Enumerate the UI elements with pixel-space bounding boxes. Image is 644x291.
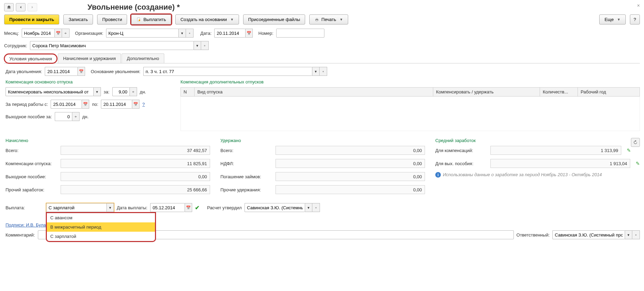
comp-type-input[interactable] <box>6 87 93 96</box>
chevron-down-icon[interactable]: ▾ <box>194 41 201 50</box>
severance-input[interactable] <box>55 112 72 121</box>
refresh-button[interactable] <box>631 138 640 147</box>
attached-files-button[interactable]: Присоединенные файлы <box>243 14 305 24</box>
chevron-down-icon: ▼ <box>617 18 621 21</box>
other-ded-val: 0,00 <box>276 185 425 194</box>
for-comp-val: 1 313,99 <box>490 146 621 155</box>
col-n: N <box>181 88 195 97</box>
calendar-icon[interactable]: 📅 <box>54 29 62 38</box>
payment-option[interactable]: С авансом <box>47 213 155 222</box>
payment-select[interactable] <box>46 203 106 212</box>
month-input[interactable] <box>22 29 54 38</box>
pencil-icon[interactable]: ✎ <box>636 161 640 166</box>
print-label: Печать <box>321 17 336 22</box>
date-input[interactable] <box>214 29 245 38</box>
accrued-title: Начислено <box>6 138 210 143</box>
spinner-icon[interactable]: ÷ <box>129 87 137 96</box>
approved-input[interactable] <box>245 203 305 212</box>
tab-conditions[interactable]: Условия увольнения <box>4 54 57 63</box>
checkmark-icon: ✔ <box>195 204 199 211</box>
payment-option[interactable]: С зарплатой <box>47 232 155 241</box>
employee-input[interactable] <box>30 41 194 50</box>
period-from-input[interactable] <box>51 100 82 109</box>
signatures-link[interactable]: Подписи: И.В. Булат <box>6 222 48 228</box>
calendar-icon[interactable]: 📅 <box>245 29 253 38</box>
dismiss-date-input[interactable] <box>45 67 77 76</box>
reason-input[interactable] <box>143 67 312 76</box>
col-comp: Компенсировать / удержать <box>433 88 540 97</box>
withheld-total: 0,00 <box>276 146 425 155</box>
pencil-icon[interactable]: ✎ <box>627 148 631 153</box>
open-icon[interactable]: ▫ <box>312 203 320 212</box>
back-button[interactable] <box>16 3 25 11</box>
create-based-button[interactable]: Создать на основании ▼ <box>175 14 239 24</box>
tab-additional[interactable]: Дополнительно <box>122 53 164 63</box>
additional-vacation-table: N Вид отпуска Компенсировать / удержать … <box>180 87 640 131</box>
pay-button-label: Выплатить <box>143 17 166 22</box>
org-input[interactable] <box>106 29 178 38</box>
sev-label: Выходное пособие: <box>6 174 57 179</box>
comp-main-title: Компенсация основного отпуска <box>6 79 171 84</box>
tab-accruals[interactable]: Начисления и удержания <box>58 53 121 63</box>
payment-label: Выплата: <box>6 205 43 210</box>
chevron-down-icon[interactable]: ▾ <box>305 203 312 212</box>
info-text: Использованы данные о заработке за перио… <box>443 172 602 177</box>
payment-option-selected[interactable]: В межрасчетный период <box>47 222 155 232</box>
conduct-button[interactable]: Провести <box>97 14 127 24</box>
number-label: Номер: <box>258 31 273 36</box>
comment-label: Комментарий: <box>6 232 35 238</box>
help-button[interactable]: ? <box>630 14 640 24</box>
calendar-icon[interactable]: 📅 <box>185 203 192 212</box>
period-label: За период работы с: <box>6 102 48 107</box>
close-button[interactable]: × <box>637 3 640 8</box>
severance-unit: дн. <box>82 114 89 119</box>
page-title: Увольнение (создание) * <box>87 3 180 12</box>
open-icon[interactable]: ▫ <box>632 230 640 239</box>
svg-point-1 <box>139 19 141 21</box>
col-year: Рабочий год <box>578 88 640 97</box>
period-help-link[interactable]: ? <box>142 102 145 107</box>
for-comp-label: Для компенсаций: <box>435 148 487 153</box>
print-button[interactable]: Печать ▼ <box>309 14 348 24</box>
more-button[interactable]: Еще ▼ <box>599 14 625 24</box>
home-button[interactable] <box>4 3 14 11</box>
open-icon[interactable]: ▫ <box>320 67 327 76</box>
calendar-icon[interactable]: 📅 <box>82 100 89 109</box>
withheld-title: Удержано <box>220 138 425 143</box>
create-based-label: Создать на основании <box>180 17 227 22</box>
days-unit: дн. <box>140 89 146 94</box>
for-sev-label: Для вых. пособия: <box>435 161 487 166</box>
pay-date-input[interactable] <box>150 203 185 212</box>
avg-title: Средний заработок <box>435 138 640 143</box>
refresh-icon <box>633 140 638 145</box>
open-icon[interactable]: ▫ <box>201 41 209 50</box>
for-label: за: <box>104 89 110 94</box>
responsible-label: Ответственный: <box>517 232 550 238</box>
svg-rect-3 <box>316 18 318 19</box>
conduct-close-button[interactable]: Провести и закрыть <box>4 14 59 24</box>
chevron-down-icon[interactable]: ▾ <box>93 87 101 96</box>
spinner-icon[interactable]: ÷ <box>72 112 80 121</box>
printer-icon <box>314 17 319 22</box>
open-icon[interactable]: ▫ <box>186 29 194 38</box>
spinner-icon[interactable]: ÷ <box>62 29 70 38</box>
days-input[interactable] <box>112 87 129 96</box>
col-qty: Количеств... <box>540 88 578 97</box>
number-input[interactable] <box>276 29 324 38</box>
pay-button[interactable]: Выплатить <box>131 14 171 24</box>
date-label: Дата: <box>200 31 211 36</box>
chevron-down-icon[interactable]: ▾ <box>312 67 320 76</box>
sev-val: 0,00 <box>61 172 210 181</box>
ndfl-label: НДФЛ: <box>220 161 272 166</box>
month-label: Месяц: <box>4 31 19 36</box>
chevron-down-icon[interactable]: ▾ <box>106 203 114 212</box>
chevron-down-icon[interactable]: ▾ <box>178 29 186 38</box>
calendar-icon[interactable]: 📅 <box>77 67 85 76</box>
responsible-input[interactable] <box>552 230 625 239</box>
calendar-icon[interactable]: 📅 <box>132 100 139 109</box>
forward-button[interactable] <box>28 3 37 11</box>
svg-rect-4 <box>316 20 318 21</box>
write-button[interactable]: Записать <box>63 14 93 24</box>
chevron-down-icon[interactable]: ▾ <box>625 230 632 239</box>
period-to-input[interactable] <box>101 100 132 109</box>
